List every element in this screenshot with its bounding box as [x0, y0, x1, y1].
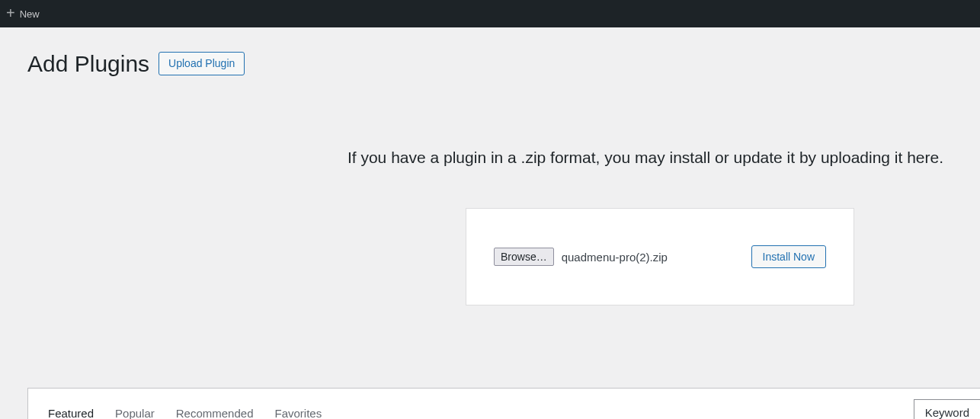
page-header: Add Plugins Upload Plugin: [6, 27, 980, 78]
upload-info-text: If you have a plugin in a .zip format, y…: [311, 149, 980, 167]
new-content-menu[interactable]: + New: [6, 7, 40, 21]
tab-favorites[interactable]: Favorites: [274, 392, 322, 420]
page-title: Add Plugins: [27, 49, 149, 78]
upload-plugin-button[interactable]: Upload Plugin: [159, 52, 245, 75]
plus-icon: +: [6, 5, 15, 21]
tab-popular[interactable]: Popular: [115, 392, 155, 420]
admin-bar: + New: [0, 0, 980, 27]
upload-form: Browse… quadmenu-pro(2).zip Install Now: [466, 208, 854, 305]
selected-file-name: quadmenu-pro(2).zip: [562, 251, 668, 264]
new-label: New: [20, 8, 40, 20]
tab-recommended[interactable]: Recommended: [176, 392, 254, 420]
browse-button[interactable]: Browse…: [494, 248, 554, 266]
search-type-select[interactable]: Keyword: [914, 399, 980, 420]
content-area: Add Plugins Upload Plugin If you have a …: [6, 27, 980, 419]
install-now-button[interactable]: Install Now: [751, 245, 826, 268]
filter-tabs: Featured Popular Recommended Favorites: [28, 392, 322, 420]
file-input-area: Browse… quadmenu-pro(2).zip: [494, 248, 668, 266]
filter-bar: Featured Popular Recommended Favorites K…: [27, 388, 980, 419]
tab-featured[interactable]: Featured: [48, 392, 94, 420]
